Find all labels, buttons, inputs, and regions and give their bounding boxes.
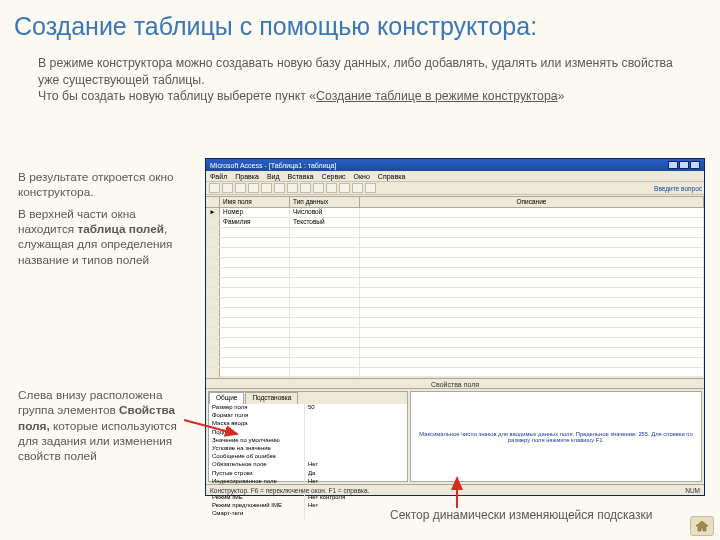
grid-row[interactable] (206, 268, 704, 278)
grid-row[interactable] (206, 368, 704, 378)
grid-row[interactable] (206, 298, 704, 308)
slide-title: Создание таблицы с помощью конструктора: (0, 0, 720, 47)
prop-value[interactable] (304, 420, 407, 428)
grid-row[interactable] (206, 348, 704, 358)
grid-row[interactable] (206, 338, 704, 348)
intro-line2a: Что бы создать новую таблицу выберете пу… (38, 89, 316, 103)
home-button[interactable] (690, 516, 714, 536)
menu-window[interactable]: Окно (354, 173, 370, 180)
prop-value[interactable]: Нет (304, 461, 407, 469)
toolbar-button[interactable] (326, 183, 337, 193)
intro-line1: В режиме конструктора можно создавать но… (38, 56, 673, 87)
status-right: NUM (685, 487, 700, 494)
prop-row[interactable]: Условие на значение (209, 445, 407, 453)
toolbar-button[interactable] (274, 183, 285, 193)
menu-tools[interactable]: Сервис (322, 173, 346, 180)
props-panel: Общие Подстановка Размер поля50Формат по… (208, 391, 408, 482)
toolbar-button[interactable] (365, 183, 376, 193)
toolbar-button[interactable] (287, 183, 298, 193)
toolbar-button[interactable] (313, 183, 324, 193)
menu-file[interactable]: Файл (210, 173, 227, 180)
grid-row[interactable] (206, 278, 704, 288)
menu-edit[interactable]: Правка (235, 173, 259, 180)
maximize-icon[interactable] (679, 161, 689, 169)
prop-label: Пустые строки (209, 470, 304, 478)
grid-row[interactable] (206, 228, 704, 238)
cell-type[interactable]: Числовой (290, 208, 360, 217)
prop-label: Обязательное поле (209, 461, 304, 469)
prop-value[interactable]: Да (304, 470, 407, 478)
prop-value[interactable] (304, 429, 407, 437)
grid-row[interactable] (206, 248, 704, 258)
grid-header-name: Имя поля (220, 197, 290, 207)
prop-row[interactable]: Обязательное полеНет (209, 461, 407, 469)
tab-lookup[interactable]: Подстановка (245, 392, 298, 404)
cell-type[interactable]: Текстовый (290, 218, 360, 227)
toolbar-button[interactable] (222, 183, 233, 193)
intro-paragraph: В режиме конструктора можно создавать но… (0, 47, 720, 111)
cell-desc[interactable] (360, 218, 704, 227)
toolbar-button[interactable] (235, 183, 246, 193)
prop-row[interactable]: Формат поля (209, 412, 407, 420)
hint-box: Максимальное число знаков для вводимых д… (410, 391, 702, 482)
grid-row[interactable] (206, 308, 704, 318)
grid-row[interactable]: Фамилия Текстовый (206, 218, 704, 228)
grid-row[interactable] (206, 238, 704, 248)
help-search[interactable]: Введите вопрос (654, 185, 702, 192)
prop-value[interactable] (304, 510, 407, 518)
cell-desc[interactable] (360, 208, 704, 217)
prop-label: Сообщение об ошибке (209, 453, 304, 461)
window-title: Microsoft Access - [Таблица1 : таблица] (210, 162, 336, 169)
prop-value[interactable] (304, 412, 407, 420)
prop-row[interactable]: Подпись (209, 429, 407, 437)
toolbar-button[interactable] (300, 183, 311, 193)
prop-value[interactable] (304, 437, 407, 445)
left-text-upper: В результате откроется окно конструктора… (18, 170, 190, 268)
prop-row[interactable]: Сообщение об ошибке (209, 453, 407, 461)
minimize-icon[interactable] (668, 161, 678, 169)
window-buttons (668, 161, 700, 169)
cell-name[interactable]: Фамилия (220, 218, 290, 227)
left-text-lower: Слева внизу расположена группа элементов… (18, 388, 194, 465)
prop-label: Значение по умолчанию (209, 437, 304, 445)
grid-row[interactable]: ► Номер Числовой (206, 208, 704, 218)
prop-row[interactable]: Размер поля50 (209, 404, 407, 412)
intro-link: Создание таблице в режиме конструктора (316, 89, 558, 103)
prop-value[interactable] (304, 445, 407, 453)
menu-insert[interactable]: Вставка (288, 173, 314, 180)
prop-row[interactable]: Режим предложений IMEНет (209, 502, 407, 510)
menu-help[interactable]: Справка (378, 173, 405, 180)
prop-row[interactable]: Маска ввода (209, 420, 407, 428)
menu-view[interactable]: Вид (267, 173, 280, 180)
prop-value[interactable] (304, 453, 407, 461)
lp2b: таблица полей (77, 222, 164, 236)
grid-row[interactable] (206, 328, 704, 338)
prop-label: Смарт-теги (209, 510, 304, 518)
grid-header: Имя поля Тип данных Описание (206, 197, 704, 208)
toolbar-button[interactable] (248, 183, 259, 193)
grid-row[interactable] (206, 318, 704, 328)
close-icon[interactable] (690, 161, 700, 169)
prop-label: Условие на значение (209, 445, 304, 453)
prop-row[interactable]: Смарт-теги (209, 510, 407, 518)
prop-row[interactable]: Пустые строкиДа (209, 470, 407, 478)
prop-value[interactable]: 50 (304, 404, 407, 412)
tab-general[interactable]: Общие (209, 392, 244, 404)
prop-label: Маска ввода (209, 420, 304, 428)
toolbar-button[interactable] (352, 183, 363, 193)
props-title: Свойства поля (206, 378, 704, 389)
left-p1: В результате откроется окно конструктора… (18, 170, 190, 201)
toolbar-button[interactable] (209, 183, 220, 193)
grid-header-selector (206, 197, 220, 207)
field-grid: Имя поля Тип данных Описание ► Номер Чис… (206, 196, 704, 376)
prop-row[interactable]: Режим IMEНет контроля (209, 494, 407, 502)
toolbar-button[interactable] (339, 183, 350, 193)
grid-row[interactable] (206, 258, 704, 268)
prop-value[interactable]: Нет контроля (304, 494, 407, 502)
grid-row[interactable] (206, 288, 704, 298)
grid-row[interactable] (206, 358, 704, 368)
cell-name[interactable]: Номер (220, 208, 290, 217)
prop-value[interactable]: Нет (304, 502, 407, 510)
prop-row[interactable]: Значение по умолчанию (209, 437, 407, 445)
toolbar-button[interactable] (261, 183, 272, 193)
